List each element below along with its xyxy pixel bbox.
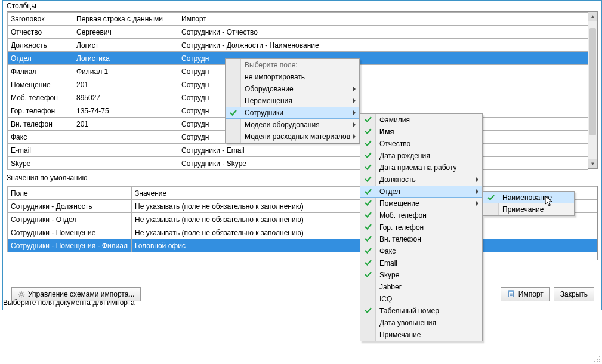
resize-grip-icon[interactable] [592, 354, 601, 363]
context-menu-employees[interactable]: ФамилияИмяОтчествоДата рожденияДата прие… [360, 113, 483, 341]
check-icon [229, 109, 237, 117]
table-cell[interactable]: Должность [8, 39, 73, 52]
close-button-label: Закрыть [560, 290, 588, 298]
table-cell[interactable]: Логист [73, 39, 178, 52]
table-row[interactable]: ОтчествоСергеевичСотрудники - Отчество [8, 26, 588, 39]
table-cell[interactable]: Помещение [8, 78, 73, 91]
menu-item[interactable]: Примечание [360, 329, 482, 341]
menu-header: Выберите поле: [226, 59, 359, 71]
svg-line-6 [23, 296, 24, 297]
context-menu-fieldtype[interactable]: Выберите поле: не импортироватьОборудова… [225, 58, 360, 143]
menu-item[interactable]: Табельный номер [360, 305, 482, 317]
table-cell[interactable]: Гор. телефон [8, 104, 73, 118]
menu-item[interactable]: Моб. телефон [360, 209, 482, 221]
table-cell[interactable] [73, 157, 178, 170]
submenu-arrow-icon [353, 110, 356, 115]
svg-point-12 [597, 359, 598, 360]
defaults-section-label: Значения по умолчанию [3, 172, 601, 183]
col-header-title[interactable]: Заголовок [8, 13, 73, 26]
table-row[interactable]: SkypeСотрудники - Skype [8, 157, 588, 170]
menu-item[interactable]: Дата рождения [360, 150, 482, 162]
col-header-import[interactable]: Импорт [178, 13, 588, 26]
table-cell[interactable]: Вн. телефон [8, 118, 73, 131]
menu-item[interactable]: Отчество [360, 138, 482, 150]
table-row[interactable]: ДолжностьЛогистСотрудники - Должности - … [8, 39, 588, 52]
menu-item[interactable]: Оборудование [226, 83, 359, 95]
def-header-field[interactable]: Поле [8, 187, 132, 200]
menu-item-label: Помещение [379, 199, 419, 208]
menu-item-label: Дата увольнения [379, 319, 436, 327]
context-menu-department[interactable]: НаименованиеПримечание [483, 191, 575, 216]
table-cell[interactable] [73, 131, 178, 144]
menu-item[interactable]: Jabber [360, 281, 482, 293]
table-cell[interactable]: Skype [8, 157, 73, 170]
table-cell[interactable]: Сергеевич [73, 26, 178, 39]
columns-scrollbar[interactable]: ▲ ▼ [588, 12, 597, 168]
table-cell[interactable]: Сотрудники - Должность [8, 200, 132, 213]
table-cell[interactable]: 201 [73, 118, 178, 131]
menu-item[interactable]: Перемещения [226, 95, 359, 107]
scroll-down-icon[interactable]: ▼ [588, 159, 597, 168]
menu-item[interactable]: Фамилия [360, 114, 482, 126]
menu-item-label: Должность [379, 175, 416, 184]
menu-item[interactable]: Гор. телефон [360, 221, 482, 233]
table-cell[interactable]: Факс [8, 131, 73, 144]
menu-item[interactable]: Сотрудники [226, 107, 359, 119]
menu-item[interactable]: Email [360, 257, 482, 269]
menu-item[interactable]: Дата увольнения [360, 317, 482, 329]
table-cell[interactable]: Филиал 1 [73, 65, 178, 78]
close-button[interactable]: Закрыть [554, 287, 594, 301]
check-icon [364, 246, 372, 255]
manage-schemes-label: Управление схемами импорта... [28, 290, 134, 298]
scroll-up-icon[interactable]: ▲ [588, 12, 597, 21]
table-cell[interactable]: 135-74-75 [73, 104, 178, 118]
submenu-arrow-icon [476, 201, 478, 206]
table-cell[interactable]: Сотрудники - Помещения - Филиал [8, 239, 132, 252]
table-cell[interactable]: 201 [73, 78, 178, 91]
table-cell[interactable]: Моб. телефон [8, 91, 73, 104]
scroll-thumb[interactable] [589, 28, 596, 135]
menu-item[interactable]: Имя [360, 126, 482, 138]
menu-item-label: Фамилия [379, 116, 410, 124]
submenu-arrow-icon [476, 177, 478, 182]
menu-item[interactable]: Модели расходных материалов [226, 131, 359, 143]
menu-item[interactable]: Дата приема на работу [360, 162, 482, 174]
menu-item-label: Примечание [379, 331, 421, 339]
gear-icon [18, 291, 25, 298]
table-row[interactable]: Сотрудники - Помещения - ФилиалГоловной … [8, 239, 597, 252]
menu-item-label: Дата приема на работу [379, 164, 457, 172]
table-cell[interactable]: 895027 [73, 91, 178, 104]
menu-item[interactable]: Вн. телефон [360, 233, 482, 245]
table-cell[interactable]: Сотрудники - Отдел [8, 213, 132, 226]
menu-item[interactable]: Должность [360, 174, 482, 186]
menu-item[interactable]: Skype [360, 269, 482, 281]
menu-item[interactable]: Факс [360, 245, 482, 257]
table-cell[interactable]: Отдел [8, 52, 73, 65]
col-header-first[interactable]: Первая строка с данными [73, 13, 178, 26]
table-row[interactable]: E-mailСотрудники - Email [8, 144, 588, 157]
check-icon [364, 306, 372, 314]
check-icon [364, 139, 372, 147]
check-icon [364, 163, 372, 171]
table-cell[interactable]: Логистика [73, 52, 178, 65]
menu-item[interactable]: Помещение [360, 198, 482, 209]
table-cell[interactable] [73, 144, 178, 157]
check-icon [364, 175, 372, 183]
table-row[interactable]: Сотрудники - ПомещениеНе указывать (поле… [8, 226, 597, 239]
table-cell[interactable]: E-mail [8, 144, 73, 157]
check-icon [364, 258, 372, 267]
table-cell[interactable]: Филиал [8, 65, 73, 78]
menu-item[interactable]: Примечание [483, 203, 574, 215]
table-cell[interactable]: Сотрудники - Помещение [8, 226, 132, 239]
import-button[interactable]: Импорт [501, 287, 550, 301]
menu-item[interactable]: ICQ [360, 293, 482, 305]
table-cell[interactable]: Сотрудники - Отчество [178, 26, 588, 39]
menu-item[interactable]: Модели оборудования [226, 119, 359, 131]
menu-item-label: Примечание [502, 205, 544, 214]
menu-item[interactable]: Наименование [483, 192, 574, 203]
table-cell[interactable]: Сотрудники - Должности - Наименование [178, 39, 588, 52]
menu-item[interactable]: Отдел [360, 186, 482, 198]
menu-item[interactable]: не импортировать [226, 71, 359, 83]
menu-item-label: Skype [379, 271, 399, 279]
table-cell[interactable]: Отчество [8, 26, 73, 39]
